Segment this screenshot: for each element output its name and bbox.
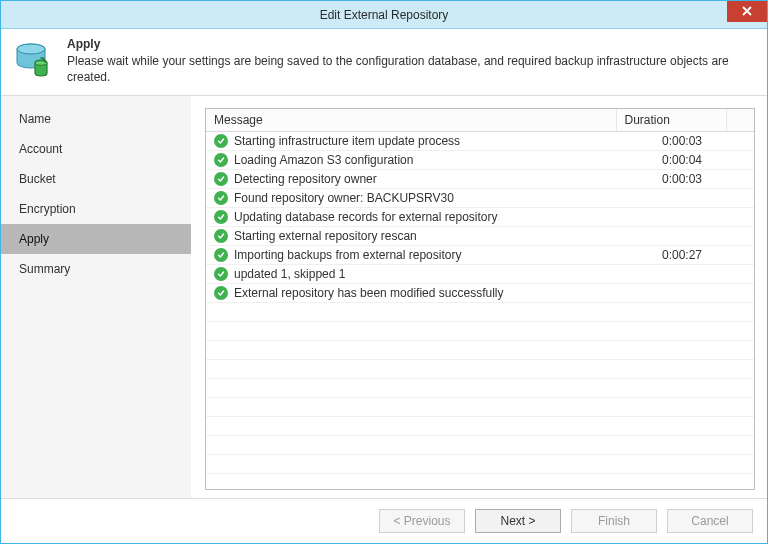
- main-panel: Message Duration Starting infrastructure…: [191, 96, 767, 498]
- cancel-button[interactable]: Cancel: [667, 509, 753, 533]
- table-row[interactable]: Starting external repository rescan: [206, 227, 754, 246]
- row-duration: [616, 208, 726, 227]
- sidebar-item-label: Account: [19, 142, 62, 156]
- table-row[interactable]: Loading Amazon S3 configuration0:00:04: [206, 151, 754, 170]
- table-row: [206, 474, 754, 490]
- table-row: [206, 303, 754, 322]
- success-icon: [214, 134, 228, 148]
- row-message: Starting external repository rescan: [234, 229, 417, 243]
- svg-point-1: [17, 44, 45, 54]
- row-duration: 0:00:27: [616, 246, 726, 265]
- row-message: updated 1, skipped 1: [234, 267, 345, 281]
- sidebar-item-label: Encryption: [19, 202, 76, 216]
- table-row: [206, 417, 754, 436]
- next-button[interactable]: Next >: [475, 509, 561, 533]
- progress-table: Message Duration Starting infrastructure…: [206, 109, 754, 490]
- window-title: Edit External Repository: [320, 8, 449, 22]
- body: NameAccountBucketEncryptionApplySummary …: [1, 95, 767, 498]
- row-duration: [616, 284, 726, 303]
- column-header-message[interactable]: Message: [206, 109, 616, 132]
- row-duration: 0:00:03: [616, 170, 726, 189]
- page-title: Apply: [67, 37, 755, 51]
- column-header-duration[interactable]: Duration: [616, 109, 726, 132]
- sidebar-item-apply[interactable]: Apply: [1, 224, 191, 254]
- table-row: [206, 360, 754, 379]
- table-row: [206, 455, 754, 474]
- sidebar-item-encryption[interactable]: Encryption: [1, 194, 191, 224]
- table-row[interactable]: updated 1, skipped 1: [206, 265, 754, 284]
- table-row[interactable]: Importing backups from external reposito…: [206, 246, 754, 265]
- success-icon: [214, 286, 228, 300]
- row-message: External repository has been modified su…: [234, 286, 503, 300]
- row-message: Detecting repository owner: [234, 172, 377, 186]
- close-icon: [742, 5, 752, 19]
- row-message: Starting infrastructure item update proc…: [234, 134, 460, 148]
- sidebar-item-bucket[interactable]: Bucket: [1, 164, 191, 194]
- row-duration: [616, 265, 726, 284]
- row-duration: 0:00:04: [616, 151, 726, 170]
- column-header-spacer: [726, 109, 754, 132]
- row-message: Found repository owner: BACKUPSRV30: [234, 191, 454, 205]
- sidebar-item-label: Bucket: [19, 172, 56, 186]
- table-row[interactable]: Updating database records for external r…: [206, 208, 754, 227]
- success-icon: [214, 248, 228, 262]
- close-button[interactable]: [727, 1, 767, 22]
- sidebar-item-label: Name: [19, 112, 51, 126]
- page-subtitle: Please wait while your settings are bein…: [67, 53, 755, 85]
- table-row[interactable]: External repository has been modified su…: [206, 284, 754, 303]
- table-row[interactable]: Detecting repository owner0:00:03: [206, 170, 754, 189]
- table-row: [206, 379, 754, 398]
- table-row[interactable]: Starting infrastructure item update proc…: [206, 132, 754, 151]
- success-icon: [214, 267, 228, 281]
- success-icon: [214, 172, 228, 186]
- wizard-sidebar: NameAccountBucketEncryptionApplySummary: [1, 96, 191, 498]
- sidebar-item-account[interactable]: Account: [1, 134, 191, 164]
- table-row: [206, 322, 754, 341]
- row-duration: 0:00:03: [616, 132, 726, 151]
- row-message: Importing backups from external reposito…: [234, 248, 461, 262]
- success-icon: [214, 229, 228, 243]
- header-text: Apply Please wait while your settings ar…: [67, 37, 755, 85]
- table-row: [206, 341, 754, 360]
- success-icon: [214, 153, 228, 167]
- table-row[interactable]: Found repository owner: BACKUPSRV30: [206, 189, 754, 208]
- row-message: Updating database records for external r…: [234, 210, 497, 224]
- success-icon: [214, 191, 228, 205]
- sidebar-item-label: Apply: [19, 232, 49, 246]
- sidebar-item-summary[interactable]: Summary: [1, 254, 191, 284]
- row-message: Loading Amazon S3 configuration: [234, 153, 413, 167]
- repository-icon: [13, 39, 55, 81]
- success-icon: [214, 210, 228, 224]
- progress-grid: Message Duration Starting infrastructure…: [205, 108, 755, 490]
- table-row: [206, 436, 754, 455]
- finish-button[interactable]: Finish: [571, 509, 657, 533]
- sidebar-item-name[interactable]: Name: [1, 104, 191, 134]
- titlebar: Edit External Repository: [1, 1, 767, 29]
- footer: < Previous Next > Finish Cancel: [1, 498, 767, 543]
- header: Apply Please wait while your settings ar…: [1, 29, 767, 95]
- row-duration: [616, 227, 726, 246]
- previous-button[interactable]: < Previous: [379, 509, 465, 533]
- dialog-window: Edit External Repository Apply Please wa…: [0, 0, 768, 544]
- sidebar-item-label: Summary: [19, 262, 70, 276]
- table-row: [206, 398, 754, 417]
- row-duration: [616, 189, 726, 208]
